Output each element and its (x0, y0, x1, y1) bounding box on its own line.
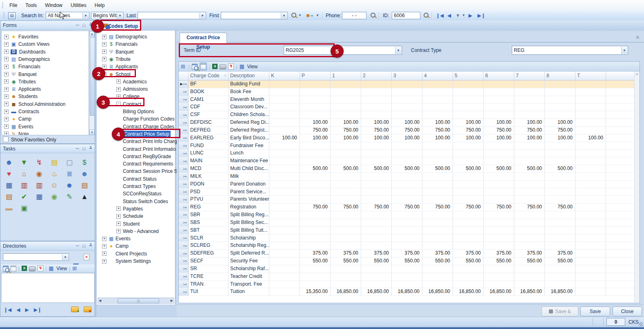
cell-k[interactable] (269, 150, 300, 157)
table-row-psd[interactable]: ↦PSDParent Service... (179, 188, 640, 196)
cell-3[interactable] (392, 81, 422, 88)
cell-charge-code[interactable]: LUNC (189, 150, 229, 157)
delete-folder-icon[interactable]: ✕ (84, 307, 91, 312)
cell-k[interactable] (269, 119, 300, 126)
cell-1[interactable] (331, 265, 361, 273)
cell-k[interactable] (269, 157, 300, 165)
cell-p[interactable]: 375.00 (300, 250, 331, 257)
cell-t[interactable] (575, 227, 606, 234)
nav-last-record-icon[interactable]: ▶❙ (477, 12, 485, 19)
tree-item-events[interactable]: +▦Events (97, 235, 175, 242)
last-name-input[interactable]: ▼ (138, 12, 206, 19)
menu-file[interactable]: File (5, 1, 21, 9)
cell-t[interactable] (575, 111, 606, 119)
cell-2[interactable] (361, 96, 392, 103)
cell-8[interactable]: 750.00 (545, 127, 575, 134)
housing-bed-icon[interactable]: ▬ (3, 203, 15, 214)
cell-t[interactable] (575, 288, 606, 295)
cell-8[interactable] (545, 211, 575, 219)
cell-7[interactable] (514, 81, 545, 88)
cell-k[interactable] (269, 88, 300, 96)
sidebar-item-favorites[interactable]: +★Favorites (4, 33, 88, 40)
expand-icon[interactable]: + (4, 117, 9, 121)
grid-header-5[interactable]: 5 (453, 72, 484, 80)
cell-5[interactable] (453, 219, 484, 226)
cell-k[interactable] (269, 181, 300, 188)
flash-form-icon[interactable]: ↯ (38, 265, 43, 271)
cell-8[interactable] (545, 273, 575, 280)
cell-description[interactable]: Parent Service... (229, 188, 269, 196)
grid-vscrollbar[interactable]: ▲ (634, 72, 640, 303)
row-expander-icon[interactable]: ↦ (184, 274, 187, 279)
expand-icon[interactable]: + (4, 72, 9, 76)
cell-3[interactable] (392, 173, 422, 180)
cell-5[interactable] (453, 281, 484, 288)
cell-description[interactable]: Classroom Dev... (229, 103, 269, 111)
cell-5[interactable]: 750.00 (453, 127, 484, 134)
cell-p[interactable]: 750.00 (300, 127, 331, 134)
cell-6[interactable] (484, 142, 514, 150)
cell-p[interactable] (300, 242, 331, 249)
cell-5[interactable] (453, 181, 484, 188)
cell-k[interactable] (269, 257, 300, 265)
cell-2[interactable] (361, 142, 392, 150)
cell-t[interactable] (575, 273, 606, 280)
cell-charge-code[interactable]: MCD (189, 165, 229, 172)
maximize-icon[interactable]: □ (83, 146, 86, 151)
cell-7[interactable]: 100.00 (514, 119, 545, 126)
cell-4[interactable] (422, 150, 453, 157)
cell-p[interactable] (300, 181, 331, 188)
cell-2[interactable]: 16,850.00 (361, 288, 392, 295)
cell-7[interactable]: 750.00 (514, 204, 545, 211)
cell-1[interactable] (331, 242, 361, 249)
document-icon[interactable]: ▢ (63, 157, 76, 168)
row-expander-icon[interactable]: ↦ (184, 128, 187, 132)
table-view-icon[interactable]: ▦ (49, 266, 54, 271)
cell-8[interactable] (545, 281, 575, 288)
cell-t[interactable] (575, 211, 606, 219)
cell-3[interactable] (392, 219, 422, 226)
cell-3[interactable]: 550.00 (392, 257, 422, 265)
row-expander-icon[interactable]: ↦ (184, 236, 187, 240)
row-selector[interactable]: ▶↦ (179, 81, 189, 88)
cell-2[interactable] (361, 235, 392, 242)
row-expander-icon[interactable]: ↦ (184, 197, 187, 202)
id-input[interactable]: 6006 (392, 12, 420, 19)
cell-1[interactable] (331, 88, 361, 96)
cell-k[interactable] (269, 188, 300, 196)
cell-6[interactable] (484, 96, 514, 103)
cell-p[interactable] (300, 157, 331, 165)
cell-t[interactable] (575, 150, 606, 157)
class-group-icon[interactable]: ▥ (18, 180, 30, 191)
tree-item-contract-requirements[interactable]: Contract Requirements (97, 160, 175, 168)
cell-description[interactable]: Book Fee (229, 88, 269, 96)
table-row-tui[interactable]: ↦TUITuition15,350.0016,850.0016,850.0016… (179, 288, 640, 296)
table-row-tcre[interactable]: ↦TCRETeacher Credit (179, 273, 640, 281)
tree-item-payables[interactable]: +Payables (97, 205, 175, 213)
table-row-fund[interactable]: ↦FUNDFundraiser Fee (179, 142, 640, 150)
row-selector[interactable]: ↦ (179, 235, 189, 242)
cell-t[interactable] (575, 242, 606, 249)
cell-7[interactable]: 500.00 (514, 165, 545, 172)
cell-p[interactable] (300, 103, 331, 111)
grid-layout-icon[interactable]: ⊞ (72, 266, 78, 271)
sidebar-item-note[interactable]: +✎Note (4, 130, 88, 135)
cell-1[interactable] (331, 111, 361, 119)
nav-first-record-icon[interactable]: ❙◀ (436, 12, 444, 19)
cell-2[interactable] (361, 111, 392, 119)
form-view-icon[interactable] (11, 266, 16, 272)
expand-icon[interactable]: + (4, 102, 9, 106)
directories-list[interactable] (1, 273, 95, 303)
cell-6[interactable] (484, 111, 514, 119)
chevron-down-icon[interactable]: ▼ (117, 13, 123, 18)
cell-2[interactable] (361, 188, 392, 196)
row-selector[interactable]: ↦ (179, 273, 189, 280)
scroll-down-icon[interactable]: ▼ (89, 130, 95, 135)
cell-description[interactable]: Scholarship (229, 235, 269, 242)
row-selector[interactable]: ↦ (179, 250, 189, 257)
menu-window[interactable]: Window (41, 1, 67, 9)
table-row-earlreg[interactable]: ↦EARLREGEarly Bird Disco...100.00100.001… (179, 134, 640, 142)
cell-4[interactable]: 500.00 (422, 165, 453, 172)
cell-8[interactable] (545, 235, 575, 242)
cell-7[interactable]: 16,850.00 (514, 288, 545, 295)
